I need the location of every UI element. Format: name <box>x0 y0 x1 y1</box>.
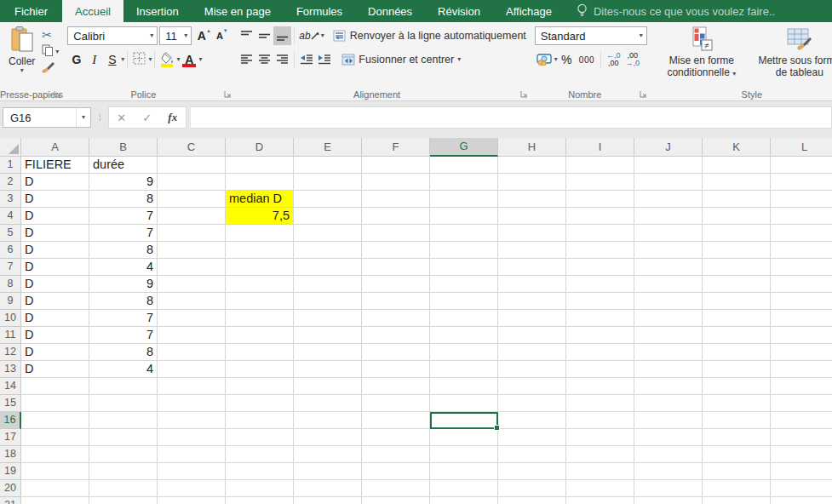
cell-J21[interactable] <box>634 497 703 504</box>
cell-I2[interactable] <box>566 174 634 191</box>
cell-K19[interactable] <box>703 463 771 480</box>
cell-C10[interactable] <box>158 310 226 327</box>
cell-A8[interactable]: D <box>21 276 89 293</box>
cell-D3[interactable]: median D <box>226 191 294 208</box>
cell-G13[interactable] <box>430 361 498 378</box>
cell-D6[interactable] <box>226 242 294 259</box>
cell-F9[interactable] <box>362 293 430 310</box>
cell-G4[interactable] <box>430 208 498 225</box>
cell-I12[interactable] <box>566 344 634 361</box>
cell-H1[interactable] <box>498 157 566 174</box>
cell-A7[interactable]: D <box>21 259 89 276</box>
cell-G14[interactable] <box>430 378 498 395</box>
cell-C1[interactable] <box>158 157 226 174</box>
cell-C15[interactable] <box>158 395 226 412</box>
cell-K1[interactable] <box>703 157 771 174</box>
cell-L9[interactable] <box>771 293 832 310</box>
cell-H20[interactable] <box>498 480 566 497</box>
cell-A1[interactable]: FILIERE <box>21 157 89 174</box>
cell-B1[interactable]: durée <box>89 157 158 174</box>
borders-button[interactable] <box>130 50 148 69</box>
cell-G9[interactable] <box>430 293 498 310</box>
cell-E21[interactable] <box>294 497 362 504</box>
cell-K3[interactable] <box>703 191 771 208</box>
cell-F18[interactable] <box>362 446 430 463</box>
column-header-A[interactable]: A <box>21 138 89 157</box>
cell-C16[interactable] <box>158 412 226 429</box>
cell-I13[interactable] <box>566 361 634 378</box>
number-dialog-launcher[interactable] <box>639 89 649 99</box>
cell-E10[interactable] <box>294 310 362 327</box>
cell-I6[interactable] <box>566 242 634 259</box>
cell-B13[interactable]: 4 <box>89 361 158 378</box>
cell-H17[interactable] <box>498 429 566 446</box>
cell-B21[interactable] <box>89 497 158 504</box>
cell-K21[interactable] <box>703 497 771 504</box>
cell-C5[interactable] <box>158 225 226 242</box>
cell-F4[interactable] <box>362 208 430 225</box>
cell-C11[interactable] <box>158 327 226 344</box>
cell-F12[interactable] <box>362 344 430 361</box>
cell-F11[interactable] <box>362 327 430 344</box>
cell-D7[interactable] <box>226 259 294 276</box>
cell-D1[interactable] <box>226 157 294 174</box>
column-header-I[interactable]: I <box>566 138 634 157</box>
number-format-select[interactable]: Standard ▾ <box>535 26 647 45</box>
row-header-19[interactable]: 19 <box>0 463 21 480</box>
cell-D15[interactable] <box>226 395 294 412</box>
bold-button[interactable]: G <box>67 50 85 69</box>
cell-D8[interactable] <box>226 276 294 293</box>
cell-D14[interactable] <box>226 378 294 395</box>
cell-J17[interactable] <box>634 429 703 446</box>
cell-B5[interactable]: 7 <box>89 225 158 242</box>
cell-C12[interactable] <box>158 344 226 361</box>
cell-G16[interactable] <box>430 412 498 429</box>
column-header-F[interactable]: F <box>362 138 430 157</box>
cell-A15[interactable] <box>21 395 89 412</box>
cell-C19[interactable] <box>158 463 226 480</box>
font-color-dropdown-arrow[interactable]: ▾ <box>198 56 202 63</box>
cell-J7[interactable] <box>634 259 703 276</box>
cell-D12[interactable] <box>226 344 294 361</box>
cell-E8[interactable] <box>294 276 362 293</box>
tab-affichage[interactable]: Affichage <box>493 0 565 22</box>
cell-L7[interactable] <box>771 259 832 276</box>
cell-I10[interactable] <box>566 310 634 327</box>
cell-C3[interactable] <box>158 191 226 208</box>
cell-H10[interactable] <box>498 310 566 327</box>
cancel-icon[interactable]: ✕ <box>109 112 135 124</box>
align-middle-button[interactable] <box>255 26 273 45</box>
font-family-select[interactable]: Calibri ▾ <box>67 26 158 45</box>
cell-A5[interactable]: D <box>21 225 89 242</box>
cell-K12[interactable] <box>703 344 771 361</box>
cell-I19[interactable] <box>566 463 634 480</box>
merge-center-button[interactable]: Fusionner et centrer ▾ <box>340 50 462 69</box>
fill-color-button[interactable] <box>158 50 176 69</box>
tab-accueil[interactable]: Accueil <box>62 0 123 22</box>
cell-G8[interactable] <box>430 276 498 293</box>
cell-K9[interactable] <box>703 293 771 310</box>
cell-A9[interactable]: D <box>21 293 89 310</box>
tab-revision[interactable]: Révision <box>425 0 493 22</box>
cell-I8[interactable] <box>566 276 634 293</box>
cell-J5[interactable] <box>634 225 703 242</box>
cell-J10[interactable] <box>634 310 703 327</box>
cell-L14[interactable] <box>771 378 832 395</box>
cell-D4[interactable]: 7,5 <box>226 208 294 225</box>
cell-H3[interactable] <box>498 191 566 208</box>
cell-F1[interactable] <box>362 157 430 174</box>
cell-C8[interactable] <box>158 276 226 293</box>
column-header-K[interactable]: K <box>703 138 771 157</box>
cell-E12[interactable] <box>294 344 362 361</box>
cell-C6[interactable] <box>158 242 226 259</box>
cell-K20[interactable] <box>703 480 771 497</box>
tab-donnees[interactable]: Données <box>355 0 425 22</box>
cell-E16[interactable] <box>294 412 362 429</box>
align-top-button[interactable] <box>238 26 255 45</box>
cell-G7[interactable] <box>430 259 498 276</box>
cell-D13[interactable] <box>226 361 294 378</box>
font-size-select[interactable]: 11 ▾ <box>159 26 192 45</box>
cell-F21[interactable] <box>362 497 430 504</box>
cell-B15[interactable] <box>89 395 158 412</box>
row-header-20[interactable]: 20 <box>0 480 21 497</box>
